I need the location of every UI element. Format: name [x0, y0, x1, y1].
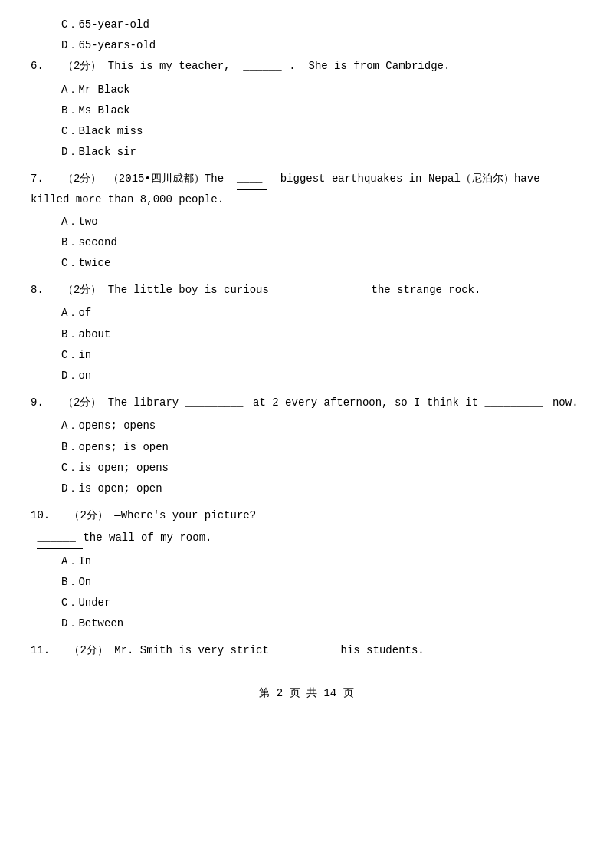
question-7: 7. （2分） （2015•四川成都）The ____ biggest eart… [31, 169, 582, 273]
option-c-prev: C．65-year-old [61, 15, 582, 35]
question-11: 11. （2分） Mr. Smith is very strict his st… [31, 641, 582, 661]
option-d-prev: D．65-years-old [61, 36, 582, 55]
q11-text: 11. （2分） Mr. Smith is very strict his st… [31, 641, 582, 661]
q8-option-b: B．about [61, 325, 582, 344]
q8-blank [282, 281, 359, 301]
exam-content: C．65-year-old D．65-years-old 6. （2分） Thi… [31, 15, 582, 704]
q9-option-c: C．is open; opens [61, 459, 582, 478]
q9-option-a: A．opens; opens [61, 416, 582, 436]
q6-blank: ______ [243, 57, 289, 77]
question-10: 10. （2分） —Where's your picture? —______t… [31, 506, 582, 633]
q11-blank [282, 641, 328, 661]
q9-blank1: _________ [185, 393, 247, 413]
q6-option-b: B．Ms Black [61, 101, 582, 120]
q8-option-a: A．of [61, 304, 582, 323]
question-6: 6. （2分） This is my teacher, ______. She … [31, 57, 582, 162]
q7-option-b: B．second [61, 233, 582, 252]
q6-option-c: C．Black miss [61, 122, 582, 141]
q10-text: 10. （2分） —Where's your picture? [31, 506, 582, 525]
q7-blank: ____ [237, 169, 267, 189]
q9-option-d: D．is open; open [61, 479, 582, 498]
q10-option-b: B．On [61, 573, 582, 592]
q9-option-b: B．opens; is open [61, 438, 582, 457]
q10-option-c: C．Under [61, 593, 582, 613]
q8-text: 8. （2分） The little boy is curious the st… [31, 281, 582, 301]
question-8: 8. （2分） The little boy is curious the st… [31, 281, 582, 386]
q8-option-c: C．in [61, 346, 582, 365]
q8-option-d: D．on [61, 367, 582, 386]
q6-option-a: A．Mr Black [61, 81, 582, 100]
q10-sub-text: —______the wall of my room. [31, 528, 582, 548]
q6-option-d: D．Black sir [61, 143, 582, 162]
q10-blank: ______ [37, 528, 83, 548]
q9-blank2: _________ [485, 393, 546, 413]
q10-option-a: A．In [61, 552, 582, 571]
q7-option-a: A．two [61, 212, 582, 232]
page-footer: 第 2 页 共 14 页 [31, 684, 582, 703]
q9-text: 9. （2分） The library _________ at 2 every… [31, 393, 582, 413]
question-9: 9. （2分） The library _________ at 2 every… [31, 393, 582, 498]
q7-option-c: C．twice [61, 254, 582, 273]
q6-text: 6. （2分） This is my teacher, ______. She … [31, 57, 582, 77]
q7-text: 7. （2分） （2015•四川成都）The ____ biggest eart… [31, 169, 582, 209]
q10-option-d: D．Between [61, 614, 582, 633]
